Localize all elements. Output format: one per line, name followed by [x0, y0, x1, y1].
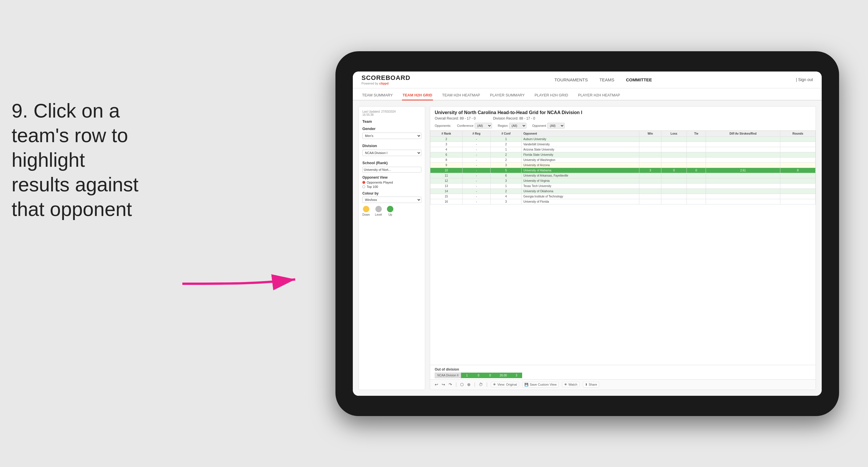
tab-player-h2h-heatmap[interactable]: PLAYER H2H HEATMAP	[578, 91, 621, 100]
redo2-icon[interactable]: ↷	[448, 382, 452, 387]
school-rank-label: School (Rank)	[362, 161, 422, 165]
cell-opponent: University of Virginia	[522, 178, 639, 183]
gender-select[interactable]: Men's	[362, 133, 422, 139]
tab-team-summary[interactable]: TEAM SUMMARY	[362, 91, 393, 100]
cell-win	[639, 147, 661, 152]
tab-team-h2h-heatmap[interactable]: TEAM H2H HEATMAP	[442, 91, 481, 100]
sidebar: Last Updated: 27/03/2024 16:55:38 Team G…	[359, 106, 425, 390]
radio-dot-opponents	[362, 181, 365, 184]
cell-conf: 2	[491, 142, 522, 147]
table-row[interactable]: 10-5University of Alabama3002.618	[430, 168, 816, 173]
tab-player-summary[interactable]: PLAYER SUMMARY	[489, 91, 525, 100]
top-nav: SCOREBOARD Powered by clippd TOURNAMENTS…	[353, 71, 822, 88]
col-opponent: Opponent	[522, 130, 639, 136]
cell-conf: 1	[491, 136, 522, 142]
legend-level: Level	[375, 206, 382, 216]
table-row[interactable]: 13-1Texas Tech University	[430, 183, 816, 188]
table-row[interactable]: 9-3University of Arizona	[430, 163, 816, 168]
cell-reg: -	[462, 183, 490, 188]
grid-header: University of North Carolina Head-to-Hea…	[430, 107, 816, 130]
cell-opponent: Georgia Institute of Technology	[522, 194, 639, 199]
cell-win: 3	[639, 168, 661, 173]
cell-diff	[706, 188, 780, 194]
cell-conf: 2	[491, 152, 522, 157]
cell-conf: 1	[491, 183, 522, 188]
cell-diff	[706, 152, 780, 157]
add-icon[interactable]: ⊕	[467, 382, 471, 387]
nav-teams[interactable]: TEAMS	[599, 77, 615, 82]
cell-rounds	[780, 194, 816, 199]
legend-circle-level	[375, 206, 382, 212]
copy-icon[interactable]: ⬡	[460, 382, 464, 387]
separator3: |	[486, 382, 487, 387]
watch-btn[interactable]: 👁 Watch	[562, 382, 580, 387]
redo-icon[interactable]: ↪	[442, 382, 445, 387]
school-rank-value[interactable]: University of Nort...	[362, 167, 422, 173]
separator2: |	[474, 382, 475, 387]
cell-opponent: Texas Tech University	[522, 183, 639, 188]
nav-tournaments[interactable]: TOURNAMENTS	[554, 77, 588, 82]
overall-record: Overall Record: 89 - 17 - 0	[435, 116, 475, 120]
cell-rank: 4	[430, 147, 463, 152]
colour-by-select[interactable]: Win/loss	[362, 197, 422, 203]
table-row[interactable]: 4-1Arizona State University	[430, 147, 816, 152]
cell-rounds	[780, 199, 816, 204]
table-row[interactable]: 14-2University of Oklahoma	[430, 188, 816, 194]
table-row[interactable]: 15-4Georgia Institute of Technology	[430, 194, 816, 199]
conference-select[interactable]: (All)	[475, 123, 492, 128]
legend-down: Down	[362, 206, 370, 216]
cell-reg: -	[462, 157, 490, 163]
table-row[interactable]: 8-2University of Washington	[430, 157, 816, 163]
instruction-text: 9. Click on a team's row to highlight re…	[11, 98, 145, 222]
share-btn[interactable]: ⬆ Share	[583, 382, 599, 387]
cell-loss	[661, 163, 687, 168]
table-row[interactable]: 12-3University of Virginia	[430, 178, 816, 183]
cell-rank: 15	[430, 194, 463, 199]
save-custom-view-btn[interactable]: 💾 Save Custom View	[522, 382, 559, 387]
cell-opponent: University of Washington	[522, 157, 639, 163]
cell-diff	[706, 199, 780, 204]
cell-tie	[687, 188, 706, 194]
cell-win	[639, 183, 661, 188]
opponent-select[interactable]: (All)	[547, 123, 565, 128]
table-row[interactable]: 2-1Auburn University	[430, 136, 816, 142]
cell-conf: 2	[491, 157, 522, 163]
region-select[interactable]: (All)	[509, 123, 526, 128]
cell-loss	[661, 194, 687, 199]
tab-player-h2h-grid[interactable]: PLAYER H2H GRID	[534, 91, 569, 100]
colour-by-label: Colour by	[362, 192, 422, 196]
tablet-screen: SCOREBOARD Powered by clippd TOURNAMENTS…	[353, 71, 822, 396]
toolbar: ↩ ↪ ↷ | ⬡ ⊕ | ⏱ | 👁 View: Original	[430, 379, 816, 390]
legend: Down Level Up	[362, 206, 422, 216]
cell-rounds	[780, 142, 816, 147]
radio-opponents-played[interactable]: Opponents Played	[362, 181, 422, 184]
col-rounds: Rounds	[780, 130, 816, 136]
cell-tie	[687, 173, 706, 178]
cell-opponent: University of Oklahoma	[522, 188, 639, 194]
tab-team-h2h-grid[interactable]: TEAM H2H GRID	[402, 91, 433, 100]
col-diff: Diff Av Strokes/Rnd	[706, 130, 780, 136]
division-select[interactable]: NCAA Division I	[362, 150, 422, 156]
radio-top100[interactable]: Top 100	[362, 185, 422, 188]
cell-loss	[661, 199, 687, 204]
watch-icon: 👁	[564, 383, 567, 386]
cell-tie	[687, 163, 706, 168]
table-row[interactable]: 6-2Florida State University	[430, 152, 816, 157]
sign-out: | Sign out	[796, 77, 813, 82]
clock-icon[interactable]: ⏱	[479, 382, 483, 387]
grid-filters: Opponents: Conference (All) Region (	[435, 123, 811, 128]
main-content: Last Updated: 27/03/2024 16:55:38 Team G…	[353, 100, 822, 396]
cell-opponent: Florida State University	[522, 152, 639, 157]
share-icon: ⬆	[585, 383, 588, 386]
cell-opponent: Arizona State University	[522, 147, 639, 152]
grid-records: Overall Record: 89 - 17 - 0 Division Rec…	[435, 116, 811, 120]
view-original-btn[interactable]: 👁 View: Original	[491, 382, 519, 387]
table-row[interactable]: 16-3University of Florida	[430, 199, 816, 204]
cell-rank: 2	[430, 136, 463, 142]
cell-reg: -	[462, 194, 490, 199]
table-row[interactable]: 11-6University of Arkansas, Fayetteville	[430, 173, 816, 178]
cell-rank: 16	[430, 199, 463, 204]
table-row[interactable]: 3-2Vanderbilt University	[430, 142, 816, 147]
undo-icon[interactable]: ↩	[435, 382, 438, 387]
nav-committee[interactable]: COMMITTEE	[626, 77, 652, 82]
